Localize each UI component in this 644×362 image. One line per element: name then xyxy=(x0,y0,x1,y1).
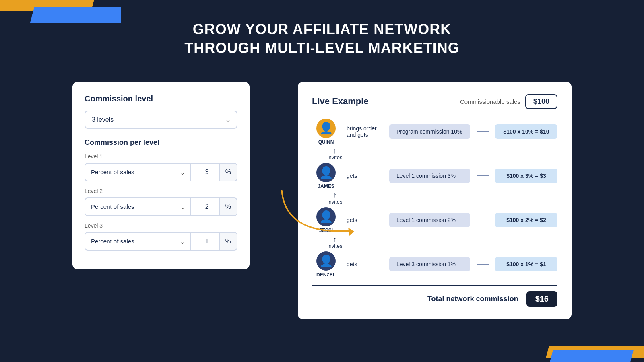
commission-per-level-section: Commission per level Level 1 Percent of … xyxy=(85,138,237,251)
level-1-type-select[interactable]: Percent of sales Fixed amount xyxy=(85,164,190,180)
total-value: $16 xyxy=(526,291,557,307)
corner-decoration-top-left xyxy=(0,0,121,24)
quinn-commission-result: $100 x 10% = $10 xyxy=(495,124,557,139)
person-denzel: 👤 DENZEL xyxy=(312,251,340,278)
level-2-inputs: Percent of sales Fixed amount ⌄ % xyxy=(85,197,237,216)
commission-per-level-title: Commission per level xyxy=(85,138,237,147)
connector-line xyxy=(477,220,489,220)
total-label: Total network commission xyxy=(427,295,518,303)
total-divider xyxy=(312,285,557,286)
commission-level-dropdown[interactable]: 1 level 2 levels 3 levels 4 levels 5 lev… xyxy=(85,111,237,129)
person-quinn: 👤 QUINN xyxy=(312,119,340,145)
connector-line xyxy=(477,175,489,176)
level-3-type-select[interactable]: Percent of sales Fixed amount xyxy=(85,233,190,249)
person-name-denzel: DENZEL xyxy=(316,272,336,278)
level-2-label: Level 2 xyxy=(85,188,237,194)
invites-label-3: invites xyxy=(328,243,343,249)
level-3-label: Level 3 xyxy=(85,222,237,229)
live-example-header: Live Example Commissionable sales $100 xyxy=(312,94,557,109)
level-1-group: Level 1 Percent of sales Fixed amount ⌄ … xyxy=(85,153,237,181)
avatar-denzel: 👤 xyxy=(316,251,336,271)
corner-decoration-bottom-right xyxy=(523,330,644,362)
james-commission-badge: Level 1 commission 3% xyxy=(389,169,470,183)
commissionable-sales-value: $100 xyxy=(525,94,557,109)
denzel-commission-result: $100 x 1% = $1 xyxy=(495,257,557,272)
level-3-inputs: Percent of sales Fixed amount ⌄ % xyxy=(85,232,237,251)
level-3-group: Level 3 Percent of sales Fixed amount ⌄ … xyxy=(85,222,237,251)
james-action: gets xyxy=(347,173,383,179)
level-1-value-input[interactable] xyxy=(191,164,219,181)
invites-label-1: invites xyxy=(328,154,343,160)
total-row: Total network commission $16 xyxy=(312,291,557,307)
commission-level-dropdown-wrapper: 1 level 2 levels 3 levels 4 levels 5 lev… xyxy=(85,111,237,129)
commissionable-sales-label: Commissionable sales xyxy=(460,98,520,105)
level-2-group: Level 2 Percent of sales Fixed amount ⌄ … xyxy=(85,188,237,216)
level-2-type-select[interactable]: Percent of sales Fixed amount xyxy=(85,198,190,215)
level-1-unit: % xyxy=(219,164,237,181)
commission-panel: Commission level 1 level 2 levels 3 leve… xyxy=(72,82,250,269)
svg-marker-0 xyxy=(348,228,354,236)
connector-line xyxy=(477,131,489,132)
person-row-denzel: 👤 DENZEL gets Level 3 commission 1% $100… xyxy=(312,251,557,278)
james-commission-result: $100 x 3% = $3 xyxy=(495,169,557,183)
level-1-inputs: Percent of sales Fixed amount ⌄ % xyxy=(85,163,237,181)
level-2-unit: % xyxy=(219,198,237,215)
commission-level-title: Commission level xyxy=(85,94,237,103)
level-1-label: Level 1 xyxy=(85,153,237,160)
avatar-quinn: 👤 xyxy=(316,119,336,138)
person-name-quinn: QUINN xyxy=(318,139,334,145)
quinn-commission-badge: Program commission 10% xyxy=(389,124,470,139)
commissionable-sales-section: Commissionable sales $100 xyxy=(460,94,557,109)
level-3-unit: % xyxy=(219,233,237,250)
invites-row-1: ↑ invites xyxy=(312,147,557,160)
denzel-commission-badge: Level 3 commission 1% xyxy=(389,257,470,272)
live-example-title: Live Example xyxy=(312,96,369,107)
arrow-connector xyxy=(270,183,358,239)
up-arrow-icon: ↑ xyxy=(333,147,337,154)
connector-line xyxy=(477,264,489,265)
avatar-james: 👤 xyxy=(316,163,336,182)
level-2-value-input[interactable] xyxy=(191,198,219,215)
level-3-value-input[interactable] xyxy=(191,233,219,250)
person-row-quinn: 👤 QUINN brings order and gets Program co… xyxy=(312,119,557,145)
quinn-action: brings order and gets xyxy=(347,125,383,138)
jessi-commission-result: $100 x 2% = $2 xyxy=(495,213,557,227)
denzel-action: gets xyxy=(347,261,383,267)
jessi-commission-badge: Level 1 commission 2% xyxy=(389,213,470,227)
